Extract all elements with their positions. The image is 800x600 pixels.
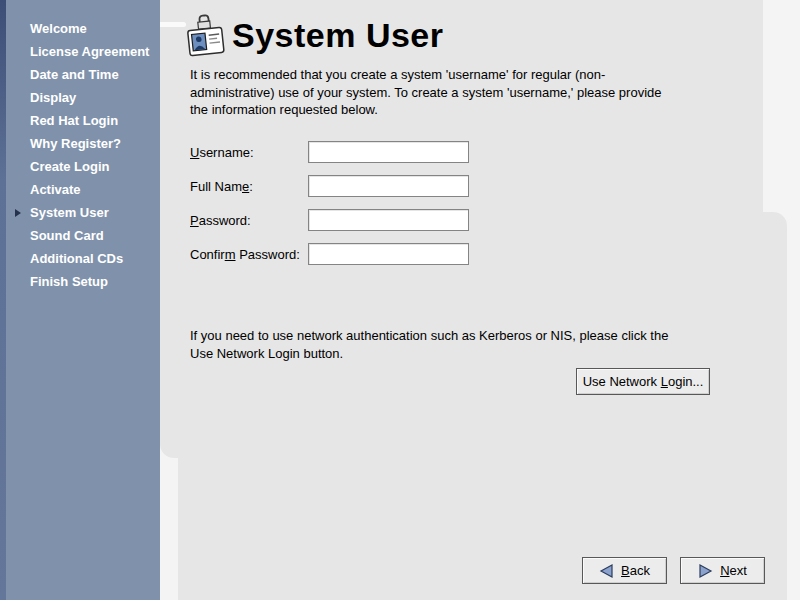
network-auth-text: If you need to use network authenticatio… <box>190 327 668 362</box>
sidebar-item-label: Create Login <box>30 159 109 174</box>
network-auth-line: If you need to use network authenticatio… <box>190 327 668 345</box>
form-row-full-name: Full Name: <box>190 175 469 197</box>
sidebar-item-label: Why Register? <box>30 136 121 151</box>
sidebar-item-why-register[interactable]: Why Register? <box>0 132 160 155</box>
intro-line: administrative) use of your system. To c… <box>190 84 662 102</box>
sidebar-item-finish-setup[interactable]: Finish Setup <box>0 270 160 293</box>
form-row-password: Password: <box>190 209 469 231</box>
use-network-login-label: Use Network Login... <box>583 374 704 389</box>
full-name-label: Full Name: <box>190 179 308 194</box>
intro-line: the information requested below. <box>190 101 662 119</box>
sidebar-item-label: Activate <box>30 182 81 197</box>
sidebar-item-label: Date and Time <box>30 67 119 82</box>
form-row-username: Username: <box>190 141 469 163</box>
id-badge-icon <box>185 13 227 63</box>
setup-steps-nav: Welcome License Agreement Date and Time … <box>0 17 160 293</box>
sidebar-item-create-login[interactable]: Create Login <box>0 155 160 178</box>
sidebar-item-label: Sound Card <box>30 228 104 243</box>
sidebar-item-system-user[interactable]: System User <box>0 201 160 224</box>
page-title: System User <box>232 16 444 55</box>
intro-text: It is recommended that you create a syst… <box>190 66 662 119</box>
sidebar-item-label: License Agreement <box>30 44 149 59</box>
sidebar-item-label: Finish Setup <box>30 274 108 289</box>
sidebar-item-display[interactable]: Display <box>0 86 160 109</box>
back-arrow-icon <box>599 564 614 578</box>
next-button-label: Next <box>720 563 747 578</box>
sidebar-item-red-hat-login[interactable]: Red Hat Login <box>0 109 160 132</box>
content-panel-bottom <box>178 212 787 600</box>
network-auth-line: Use Network Login button. <box>190 345 668 363</box>
sidebar-item-label: Display <box>30 90 76 105</box>
intro-line: It is recommended that you create a syst… <box>190 66 662 84</box>
form-row-confirm-password: Confirm Password: <box>190 243 469 265</box>
sidebar-item-label: Welcome <box>30 21 87 36</box>
password-label: Password: <box>190 213 308 228</box>
sidebar-item-label: System User <box>30 205 109 220</box>
sidebar-item-date-and-time[interactable]: Date and Time <box>0 63 160 86</box>
back-button-label: Back <box>621 563 650 578</box>
sidebar-item-label: Red Hat Login <box>30 113 118 128</box>
sidebar: Welcome License Agreement Date and Time … <box>0 0 160 600</box>
use-network-login-button[interactable]: Use Network Login... <box>576 368 710 395</box>
sidebar-item-additional-cds[interactable]: Additional CDs <box>0 247 160 270</box>
sidebar-connector-line <box>160 22 186 27</box>
sidebar-item-welcome[interactable]: Welcome <box>0 17 160 40</box>
next-button[interactable]: Next <box>680 557 765 584</box>
sidebar-item-sound-card[interactable]: Sound Card <box>0 224 160 247</box>
confirm-password-label: Confirm Password: <box>190 247 308 262</box>
firstboot-window: Welcome License Agreement Date and Time … <box>0 0 800 600</box>
username-input[interactable] <box>308 141 469 163</box>
sidebar-item-activate[interactable]: Activate <box>0 178 160 201</box>
sidebar-item-license-agreement[interactable]: License Agreement <box>0 40 160 63</box>
sidebar-item-label: Additional CDs <box>30 251 123 266</box>
next-arrow-icon <box>698 564 713 578</box>
active-step-arrow-icon <box>15 209 21 217</box>
username-label: Username: <box>190 145 308 160</box>
full-name-input[interactable] <box>308 175 469 197</box>
password-input[interactable] <box>308 209 469 231</box>
confirm-password-input[interactable] <box>308 243 469 265</box>
back-button[interactable]: Back <box>582 557 667 584</box>
